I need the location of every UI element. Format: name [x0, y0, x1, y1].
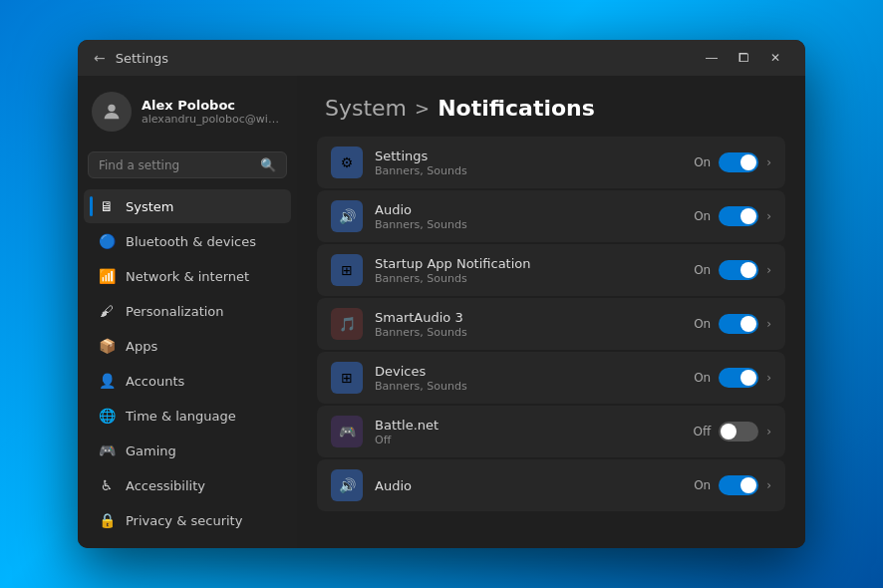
item-info-devices: Devices Banners, Sounds: [375, 364, 682, 393]
toggle-knob: [721, 424, 736, 440]
network-icon: 📶: [98, 267, 116, 285]
sidebar-item-label: Network & internet: [126, 269, 249, 284]
toggle-battlenet[interactable]: [719, 422, 758, 441]
chevron-right-icon: ›: [766, 317, 771, 331]
accounts-icon: 👤: [98, 372, 116, 390]
item-right: On ›: [694, 475, 771, 495]
sidebar-item-label: System: [126, 199, 173, 214]
item-right: On ›: [694, 206, 771, 226]
toggle-audio2[interactable]: [719, 475, 758, 495]
avatar: [92, 92, 132, 132]
chevron-right-icon: ›: [766, 263, 771, 277]
item-right: Off ›: [693, 422, 771, 441]
notification-item-battlenet[interactable]: 🎮 Battle.net Off Off ›: [317, 406, 785, 457]
item-name: Audio: [375, 478, 682, 493]
item-sub: Banners, Sounds: [375, 164, 682, 177]
toggle-knob: [740, 208, 756, 224]
sidebar-item-accessibility[interactable]: ♿ Accessibility: [84, 468, 291, 502]
sidebar-item-personalization[interactable]: 🖌 Personalization: [84, 294, 291, 328]
breadcrumb: System > Notifications: [297, 76, 805, 137]
toggle-label: On: [694, 317, 711, 331]
sidebar-item-time[interactable]: 🌐 Time & language: [84, 399, 291, 433]
sidebar-item-label: Personalization: [126, 304, 224, 319]
app-icon-startup: ⊞: [331, 254, 363, 286]
toggle-settings[interactable]: [719, 152, 758, 172]
toggle-devices[interactable]: [719, 368, 758, 388]
personalization-icon: 🖌: [98, 302, 116, 320]
close-button[interactable]: ✕: [761, 47, 789, 69]
item-right: On ›: [694, 260, 771, 280]
item-sub: Banners, Sounds: [375, 326, 682, 339]
toggle-label: On: [694, 263, 711, 277]
chevron-right-icon: ›: [766, 371, 771, 385]
item-sub: Banners, Sounds: [375, 380, 682, 393]
item-info-smartaudio: SmartAudio 3 Banners, Sounds: [375, 310, 682, 339]
item-sub: Banners, Sounds: [375, 272, 682, 285]
notification-item-startup[interactable]: ⊞ Startup App Notification Banners, Soun…: [317, 244, 785, 296]
search-box[interactable]: 🔍: [88, 151, 287, 178]
sidebar-item-network[interactable]: 📶 Network & internet: [84, 259, 291, 293]
sidebar-item-gaming[interactable]: 🎮 Gaming: [84, 434, 291, 467]
app-icon-settings: ⚙: [331, 147, 363, 178]
toggle-label: On: [694, 371, 711, 385]
item-right: On ›: [694, 368, 771, 388]
item-info-startup: Startup App Notification Banners, Sounds: [375, 256, 682, 285]
item-name: Devices: [375, 364, 682, 379]
settings-window: ← Settings — ⧠ ✕ Alex Poloboc alexandru_…: [78, 40, 805, 548]
sidebar-item-accounts[interactable]: 👤 Accounts: [84, 364, 291, 398]
item-sub: Banners, Sounds: [375, 218, 682, 231]
maximize-button[interactable]: ⧠: [730, 47, 757, 69]
sidebar-item-label: Privacy & security: [126, 513, 242, 528]
notification-item-smartaudio[interactable]: 🎵 SmartAudio 3 Banners, Sounds On ›: [317, 298, 785, 350]
sidebar-item-label: Gaming: [126, 443, 176, 458]
user-name: Alex Poloboc: [142, 98, 283, 113]
window-controls: — ⧠ ✕: [698, 47, 789, 69]
chevron-right-icon: ›: [766, 155, 771, 169]
toggle-label: On: [694, 155, 711, 169]
chevron-right-icon: ›: [766, 478, 771, 492]
notification-item-audio2[interactable]: 🔊 Audio On ›: [317, 459, 785, 511]
search-input[interactable]: [99, 158, 254, 172]
item-name: SmartAudio 3: [375, 310, 682, 325]
toggle-label: On: [694, 478, 711, 492]
breadcrumb-parent: System: [325, 96, 407, 121]
apps-icon: 📦: [98, 337, 116, 355]
toggle-label: On: [694, 209, 711, 223]
search-icon: 🔍: [260, 157, 276, 172]
bluetooth-icon: 🔵: [98, 232, 116, 250]
user-section[interactable]: Alex Poloboc alexandru_poloboc@windowsre…: [78, 76, 297, 147]
user-email: alexandru_poloboc@windowsreport...: [142, 113, 283, 126]
toggle-knob: [740, 370, 756, 386]
item-right: On ›: [694, 314, 771, 334]
app-icon-battlenet: 🎮: [331, 416, 363, 447]
title-bar: ← Settings — ⧠ ✕: [78, 40, 805, 76]
sidebar-item-label: Accessibility: [126, 478, 205, 493]
item-name: Audio: [375, 202, 682, 217]
app-icon-devices: ⊞: [331, 362, 363, 394]
sidebar-item-system[interactable]: 🖥 System: [84, 189, 291, 223]
toggle-smartaudio[interactable]: [719, 314, 758, 334]
window-body: Alex Poloboc alexandru_poloboc@windowsre…: [78, 76, 805, 548]
notification-item-devices[interactable]: ⊞ Devices Banners, Sounds On ›: [317, 352, 785, 404]
breadcrumb-current: Notifications: [438, 96, 595, 121]
item-info-audio: Audio Banners, Sounds: [375, 202, 682, 231]
minimize-button[interactable]: —: [698, 47, 726, 69]
user-info: Alex Poloboc alexandru_poloboc@windowsre…: [142, 98, 283, 126]
notification-item-audio[interactable]: 🔊 Audio Banners, Sounds On ›: [317, 190, 785, 242]
item-info-audio2: Audio: [375, 478, 682, 493]
sidebar-item-bluetooth[interactable]: 🔵 Bluetooth & devices: [84, 224, 291, 258]
toggle-audio[interactable]: [719, 206, 758, 226]
notification-item-settings[interactable]: ⚙ Settings Banners, Sounds On ›: [317, 137, 785, 188]
sidebar-item-apps[interactable]: 📦 Apps: [84, 329, 291, 363]
privacy-icon: 🔒: [98, 511, 116, 529]
sidebar-item-privacy[interactable]: 🔒 Privacy & security: [84, 503, 291, 537]
accessibility-icon: ♿: [98, 476, 116, 494]
toggle-startup[interactable]: [719, 260, 758, 280]
time-icon: 🌐: [98, 407, 116, 425]
breadcrumb-arrow: >: [415, 98, 430, 119]
sidebar-item-label: Apps: [126, 339, 157, 354]
main-content: System > Notifications ⚙ Settings Banner…: [297, 76, 805, 548]
toggle-knob: [740, 477, 756, 493]
toggle-knob: [740, 316, 756, 332]
back-button[interactable]: ←: [94, 50, 106, 66]
